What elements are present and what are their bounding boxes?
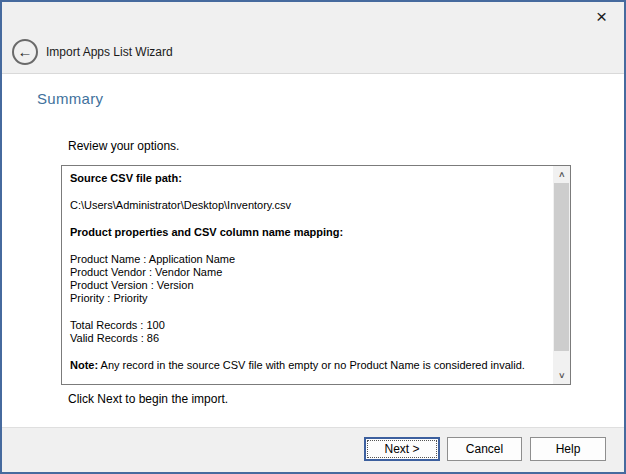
wizard-header: ← Import Apps List Wizard × (2, 2, 624, 74)
summary-box: Source CSV file path:C:\Users\Administra… (61, 165, 571, 385)
scroll-up-button[interactable]: ∧ (553, 166, 570, 183)
summary-text: Source CSV file path:C:\Users\Administra… (62, 166, 553, 384)
intro-text: Review your options. (68, 139, 179, 153)
chevron-down-icon: ∨ (558, 372, 566, 380)
wizard-dialog: ← Import Apps List Wizard × Summary Revi… (0, 0, 626, 474)
help-button[interactable]: Help (530, 437, 606, 461)
next-button[interactable]: Next > (364, 437, 440, 461)
close-button[interactable]: × (579, 2, 624, 30)
close-icon: × (596, 7, 607, 26)
back-button[interactable]: ← (12, 39, 38, 65)
summary-line: Valid Records : 86 (70, 332, 545, 345)
summary-line: Priority : Priority (70, 292, 545, 305)
scrollbar-thumb[interactable] (554, 183, 569, 351)
vertical-scrollbar[interactable]: ∧ ∨ (553, 166, 570, 384)
cancel-button[interactable]: Cancel (447, 437, 522, 461)
summary-line: C:\Users\Administrator\Desktop\Inventory… (70, 199, 545, 212)
summary-line: Note: Any record in the source CSV file … (70, 359, 545, 372)
summary-line: Product properties and CSV column name m… (70, 226, 545, 239)
summary-line: Product Vendor : Vendor Name (70, 266, 545, 279)
chevron-up-icon: ∧ (558, 171, 566, 179)
summary-line: Source CSV file path: (70, 172, 545, 185)
page-title: Summary (37, 90, 103, 107)
footer: Next > Cancel Help (2, 427, 624, 472)
hint-text: Click Next to begin the import. (68, 392, 228, 406)
summary-line: Product Version : Version (70, 279, 545, 292)
scroll-down-button[interactable]: ∨ (553, 367, 570, 384)
back-arrow-icon: ← (18, 44, 33, 59)
window-title: Import Apps List Wizard (46, 45, 173, 59)
summary-line: Total Records : 100 (70, 319, 545, 332)
summary-line: Product Name : Application Name (70, 253, 545, 266)
